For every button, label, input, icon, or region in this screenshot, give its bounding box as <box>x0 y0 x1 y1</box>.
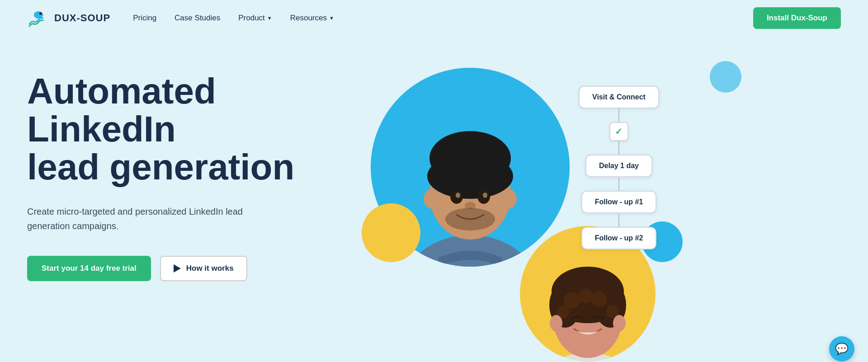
hero-buttons: Start your 14 day free trial How it work… <box>27 256 335 281</box>
svg-point-8 <box>500 189 517 209</box>
flow-checkbox: ✓ <box>609 122 628 141</box>
svg-point-6 <box>427 154 513 199</box>
flow-item-4: Follow - up #2 <box>581 227 657 249</box>
flow-box-delay: Delay 1 day <box>585 155 652 177</box>
logo[interactable]: DUX-SOUP <box>27 8 110 28</box>
navbar: DUX-SOUP Pricing Case Studies Product ▼ … <box>0 0 868 36</box>
svg-point-7 <box>424 189 440 209</box>
svg-point-1 <box>39 12 42 15</box>
hero-title: Automated LinkedIn lead generation <box>27 72 335 186</box>
flow-item-2: Delay 1 day <box>585 155 652 191</box>
resources-chevron-icon: ▼ <box>329 15 334 21</box>
chat-bubble-button[interactable]: 💬 <box>829 336 854 362</box>
connector-1 <box>618 108 619 122</box>
svg-point-31 <box>613 315 626 331</box>
pricing-link[interactable]: Pricing <box>133 14 156 23</box>
trial-button[interactable]: Start your 14 day free trial <box>27 256 151 281</box>
logo-text: DUX-SOUP <box>54 12 110 24</box>
yellow-accent-circle-1 <box>362 203 420 262</box>
svg-point-25 <box>564 292 580 309</box>
product-link[interactable]: Product ▼ <box>238 14 272 23</box>
flow-row: Visit & Connect ✓ Delay 1 day Fo <box>579 86 659 249</box>
blue-accent-circle-small <box>710 61 741 93</box>
flow-checkbox-item: ✓ <box>609 122 628 155</box>
navbar-left: DUX-SOUP Pricing Case Studies Product ▼ … <box>27 8 334 28</box>
svg-point-11 <box>456 193 460 198</box>
connector-3 <box>618 177 619 191</box>
svg-point-27 <box>591 291 607 307</box>
hero-illustration: Visit & Connect ✓ Delay 1 day Fo <box>326 59 841 362</box>
resources-link[interactable]: Resources ▼ <box>290 14 334 23</box>
connector-4 <box>618 213 619 227</box>
logo-icon <box>27 8 50 28</box>
flow-box-followup2: Follow - up #2 <box>581 227 657 249</box>
flowchart: Visit & Connect ✓ Delay 1 day Fo <box>579 86 659 249</box>
flow-box-followup1: Follow - up #1 <box>581 191 657 213</box>
how-it-works-button[interactable]: How it works <box>160 256 247 281</box>
flow-item-3: Follow - up #1 <box>581 191 657 227</box>
svg-point-0 <box>34 11 43 19</box>
checkmark-icon: ✓ <box>615 126 623 137</box>
flow-box-visit-connect: Visit & Connect <box>579 86 659 108</box>
play-icon <box>174 264 181 273</box>
flow-item-1: Visit & Connect <box>579 86 659 122</box>
hero-section: Automated LinkedIn lead generation Creat… <box>0 36 868 362</box>
svg-point-26 <box>578 289 593 303</box>
hero-left: Automated LinkedIn lead generation Creat… <box>27 59 335 281</box>
chat-icon: 💬 <box>835 343 849 355</box>
product-chevron-icon: ▼ <box>267 15 272 21</box>
connector-2 <box>618 141 619 155</box>
svg-point-14 <box>445 208 495 230</box>
install-button[interactable]: Install Dux-Soup <box>753 7 841 29</box>
svg-point-12 <box>483 193 487 198</box>
case-studies-link[interactable]: Case Studies <box>175 14 220 23</box>
svg-point-30 <box>550 315 562 331</box>
nav-links: Pricing Case Studies Product ▼ Resources… <box>133 14 334 23</box>
hero-subtitle: Create micro-targeted and personalized L… <box>27 204 253 233</box>
